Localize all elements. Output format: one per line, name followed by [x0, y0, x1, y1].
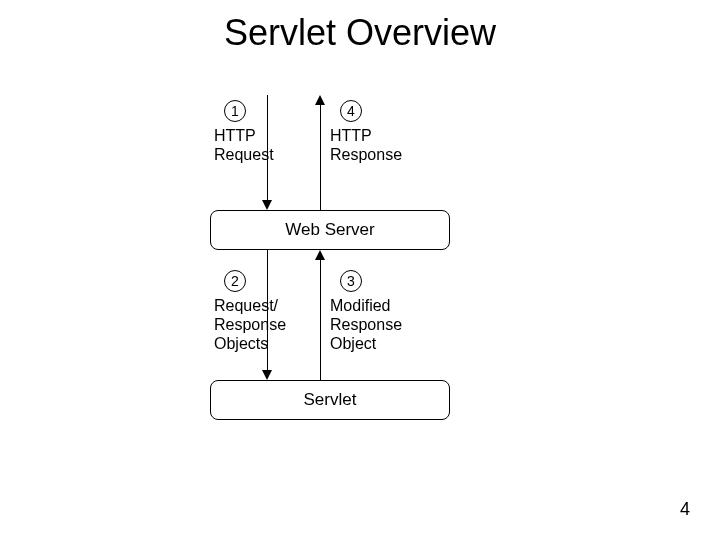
page-title: Servlet Overview [0, 12, 720, 54]
step-2-label: Request/ Response Objects [214, 296, 286, 353]
servlet-diagram: 1 HTTP Request 4 HTTP Response Web Serve… [200, 90, 500, 460]
step-4-badge: 4 [340, 100, 362, 122]
arrow-head-up-icon [315, 250, 325, 260]
step-3-label: Modified Response Object [330, 296, 402, 353]
page-number: 4 [680, 499, 690, 520]
arrow-http-response-up [315, 95, 327, 210]
arrow-head-down-icon [262, 370, 272, 380]
step-1-label: HTTP Request [214, 126, 274, 164]
step-4-label: HTTP Response [330, 126, 402, 164]
arrow-shaft [320, 260, 321, 380]
arrow-head-up-icon [315, 95, 325, 105]
arrow-head-down-icon [262, 200, 272, 210]
arrow-shaft [320, 105, 321, 210]
step-1-badge: 1 [224, 100, 246, 122]
servlet-box: Servlet [210, 380, 450, 420]
slide: Servlet Overview 1 HTTP Request 4 HTTP R… [0, 0, 720, 540]
arrow-modified-response-up [315, 250, 327, 380]
step-3-badge: 3 [340, 270, 362, 292]
web-server-box: Web Server [210, 210, 450, 250]
step-2-badge: 2 [224, 270, 246, 292]
